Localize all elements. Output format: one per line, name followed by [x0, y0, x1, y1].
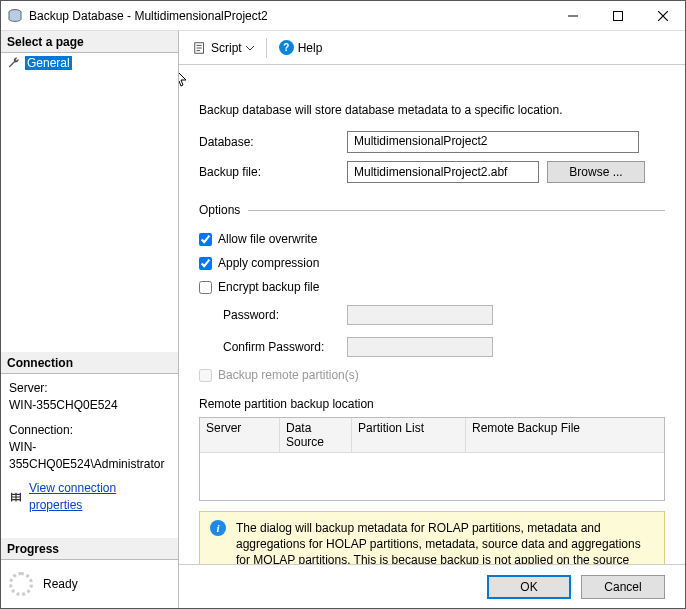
maximize-button[interactable]: [595, 1, 640, 30]
backup-remote-checkbox-row: Backup remote partition(s): [199, 368, 665, 382]
sidebar-item-general[interactable]: General: [5, 55, 174, 71]
encrypt-checkbox[interactable]: [199, 281, 212, 294]
help-button[interactable]: ? Help: [275, 38, 327, 57]
close-button[interactable]: [640, 1, 685, 30]
backup-file-label: Backup file:: [199, 165, 347, 179]
connection-value: WIN-355CHQ0E524\Administrator: [9, 439, 170, 473]
server-label: Server:: [9, 380, 170, 397]
cancel-button[interactable]: Cancel: [581, 575, 665, 599]
wrench-icon: [7, 56, 21, 70]
backup-remote-label: Backup remote partition(s): [218, 368, 359, 382]
help-icon: ?: [279, 40, 294, 55]
cursor-icon: [179, 69, 191, 89]
confirm-password-label: Confirm Password:: [223, 340, 347, 354]
password-label: Password:: [223, 308, 347, 322]
main-panel: Script ? Help Backup database will store…: [179, 31, 685, 608]
description-text: Backup database will store database meta…: [199, 103, 665, 117]
backup-remote-checkbox: [199, 369, 212, 382]
th-data-source[interactable]: Data Source: [280, 418, 352, 452]
confirm-password-input: [347, 337, 493, 357]
encrypt-checkbox-row[interactable]: Encrypt backup file: [199, 280, 665, 294]
sidebar-item-label: General: [25, 56, 72, 70]
th-server[interactable]: Server: [200, 418, 280, 452]
connection-label: Connection:: [9, 422, 170, 439]
info-icon: i: [210, 520, 226, 536]
script-label: Script: [211, 41, 242, 55]
browse-button[interactable]: Browse ...: [547, 161, 645, 183]
database-field: MultidimensionalProject2: [347, 131, 639, 153]
th-partition-list[interactable]: Partition List: [352, 418, 466, 452]
backup-file-input[interactable]: [347, 161, 539, 183]
minimize-button[interactable]: [550, 1, 595, 30]
connection-props-icon: [9, 490, 23, 504]
script-button[interactable]: Script: [189, 39, 258, 57]
script-icon: [193, 41, 207, 55]
chevron-down-icon: [246, 44, 254, 52]
connection-header: Connection: [1, 352, 178, 374]
allow-overwrite-checkbox-row[interactable]: Allow file overwrite: [199, 232, 665, 246]
database-label: Database:: [199, 135, 347, 149]
apply-compression-label: Apply compression: [218, 256, 319, 270]
progress-header: Progress: [1, 538, 178, 560]
allow-overwrite-checkbox[interactable]: [199, 233, 212, 246]
info-panel: i The dialog will backup metadata for RO…: [199, 511, 665, 564]
toolbar: Script ? Help: [179, 31, 685, 65]
dialog-footer: OK Cancel: [179, 564, 685, 608]
options-header: Options: [199, 203, 240, 217]
sidebar: Select a page General Connection Server:: [1, 31, 179, 608]
encrypt-label: Encrypt backup file: [218, 280, 319, 294]
svg-rect-1: [613, 11, 622, 20]
apply-compression-checkbox[interactable]: [199, 257, 212, 270]
ok-button[interactable]: OK: [487, 575, 571, 599]
th-remote-backup-file[interactable]: Remote Backup File: [466, 418, 664, 452]
select-page-header: Select a page: [1, 31, 178, 53]
titlebar: Backup Database - MultidimensionalProjec…: [1, 1, 685, 31]
remote-partition-table: Server Data Source Partition List Remote…: [199, 417, 665, 501]
password-input: [347, 305, 493, 325]
info-text: The dialog will backup metadata for ROLA…: [236, 520, 654, 564]
server-value: WIN-355CHQ0E524: [9, 397, 170, 414]
divider: [248, 210, 665, 211]
apply-compression-checkbox-row[interactable]: Apply compression: [199, 256, 665, 270]
progress-spinner-icon: [9, 572, 33, 596]
view-connection-properties-link[interactable]: View connection properties: [29, 480, 170, 514]
window-title: Backup Database - MultidimensionalProjec…: [29, 9, 550, 23]
help-label: Help: [298, 41, 323, 55]
allow-overwrite-label: Allow file overwrite: [218, 232, 317, 246]
toolbar-divider: [266, 38, 267, 58]
app-icon: [7, 8, 23, 24]
progress-status: Ready: [43, 577, 78, 591]
backup-database-dialog: Backup Database - MultidimensionalProjec…: [0, 0, 686, 609]
remote-location-label: Remote partition backup location: [199, 397, 665, 411]
